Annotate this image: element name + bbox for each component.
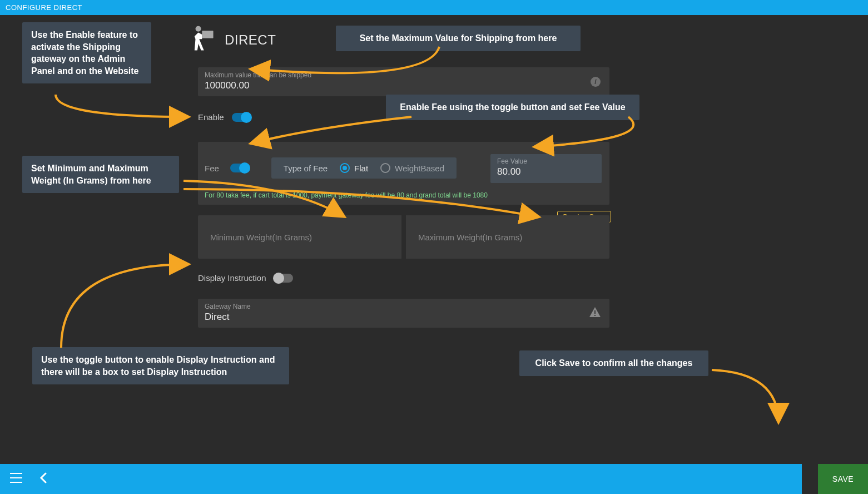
- warning-icon: [589, 307, 601, 319]
- gateway-name-label: Gateway Name: [198, 298, 589, 310]
- min-weight-field[interactable]: Minimum Weight(In Grams): [198, 215, 406, 259]
- fee-type-flat-radio[interactable]: Flat: [340, 163, 368, 173]
- callout-enable: Use the Enable feature to activate the S…: [22, 22, 151, 83]
- max-weight-placeholder: Maximum Weight(In Grams): [406, 233, 534, 242]
- svg-rect-2: [594, 310, 596, 314]
- fee-value-value: 80.00: [490, 165, 602, 182]
- fee-type-weight-radio[interactable]: WeightBased: [380, 163, 444, 173]
- display-instruction-label: Display Instruction: [198, 273, 266, 283]
- page-title-row: DIRECT: [188, 25, 276, 55]
- topbar-title: CONFIGURE DIRECT: [6, 3, 82, 12]
- back-icon[interactable]: [39, 472, 47, 486]
- svg-rect-4: [10, 473, 22, 474]
- svg-rect-1: [202, 31, 213, 38]
- enable-label: Enable: [198, 112, 224, 122]
- info-icon[interactable]: i: [591, 77, 601, 87]
- enable-toggle[interactable]: [232, 113, 251, 122]
- max-value-field[interactable]: Maximum value that can be shipped 100000…: [198, 67, 609, 96]
- callout-fee: Enable Fee using the toggle button and s…: [386, 95, 639, 120]
- fee-hint-text: For 80 taka fee, if cart total is 1000, …: [205, 191, 488, 199]
- save-button[interactable]: SAVE: [818, 464, 868, 494]
- max-value-label: Maximum value that can be shipped: [198, 67, 591, 79]
- fee-value-label: Fee Value: [490, 154, 602, 165]
- fee-type-panel: Type of Fee Flat WeightBased: [271, 157, 457, 179]
- gateway-name-value: Direct: [198, 310, 589, 328]
- svg-rect-6: [10, 482, 22, 483]
- bottombar: [0, 464, 802, 494]
- svg-point-0: [196, 26, 201, 32]
- page-title: DIRECT: [225, 32, 276, 48]
- fee-type-label: Type of Fee: [284, 164, 328, 173]
- topbar: CONFIGURE DIRECT: [0, 0, 868, 15]
- max-weight-field[interactable]: Maximum Weight(In Grams): [406, 215, 609, 259]
- svg-rect-5: [10, 477, 22, 478]
- display-instruction-row: Display Instruction: [198, 273, 293, 283]
- callout-save: Click Save to confirm all the changes: [519, 350, 708, 376]
- min-weight-placeholder: Minimum Weight(In Grams): [198, 233, 324, 242]
- fee-label: Fee: [205, 164, 219, 173]
- callout-display: Use the toggle button to enable Display …: [32, 347, 289, 384]
- person-carry-icon: [188, 25, 218, 55]
- weight-section: Minimum Weight(In Grams) Maximum Weight(…: [198, 215, 609, 259]
- fee-section: Fee Type of Fee Flat WeightBased Fee Val…: [198, 142, 609, 205]
- callout-weight: Set Minimum and Maximum Weight (In Grams…: [22, 156, 179, 193]
- enable-row: Enable: [198, 112, 251, 122]
- display-instruction-toggle[interactable]: [274, 274, 293, 283]
- menu-icon[interactable]: [10, 473, 22, 485]
- svg-rect-3: [594, 315, 596, 316]
- callout-max-value: Set the Maximum Value for Shipping from …: [336, 26, 581, 51]
- gateway-name-field[interactable]: Gateway Name Direct: [198, 299, 609, 328]
- fee-toggle[interactable]: [230, 164, 249, 172]
- fee-value-field[interactable]: Fee Value 80.00: [490, 154, 602, 183]
